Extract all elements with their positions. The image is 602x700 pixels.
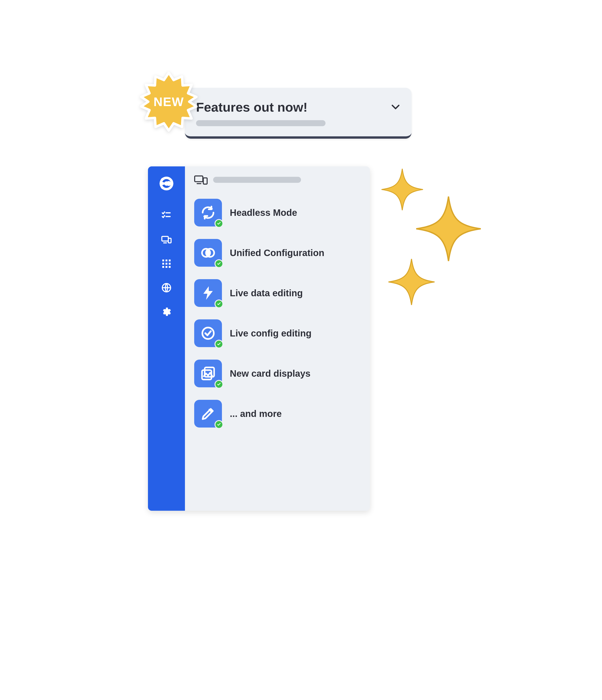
feature-item-label: Unified Configuration <box>230 248 324 258</box>
sidebar <box>148 167 185 511</box>
devices-icon <box>194 175 208 185</box>
svg-rect-8 <box>166 263 167 265</box>
features-dropdown[interactable]: Features out now! <box>185 88 411 139</box>
new-badge: NEW <box>139 72 199 132</box>
feature-item-live-config[interactable]: Live config editing <box>194 316 361 350</box>
feature-item-headless-mode[interactable]: Headless Mode <box>194 196 361 230</box>
sidebar-item-apps[interactable] <box>159 256 174 271</box>
svg-rect-12 <box>169 266 171 268</box>
features-list-header <box>194 175 361 185</box>
check-badge-icon <box>215 300 223 308</box>
feature-item-label: Live config editing <box>230 328 311 339</box>
check-badge-icon <box>215 259 223 268</box>
svg-rect-4 <box>162 259 164 261</box>
svg-rect-5 <box>166 259 167 261</box>
check-circle-icon <box>194 319 222 347</box>
check-badge-icon <box>215 380 223 389</box>
refresh-icon <box>194 199 222 226</box>
svg-rect-9 <box>169 263 171 265</box>
feature-item-card-displays[interactable]: New card displays <box>194 356 361 391</box>
app-logo-icon <box>157 174 176 193</box>
grid-icon <box>161 258 172 269</box>
venn-icon <box>194 239 222 267</box>
feature-item-label: Headless Mode <box>230 207 297 218</box>
lightning-icon <box>194 279 222 307</box>
sparkle-icon <box>388 259 435 305</box>
sparkle-icon <box>416 196 481 261</box>
svg-rect-6 <box>169 259 171 261</box>
svg-rect-2 <box>162 236 168 241</box>
features-dropdown-title: Features out now! <box>196 100 308 115</box>
svg-rect-3 <box>168 238 171 243</box>
svg-rect-7 <box>162 263 164 265</box>
chevron-down-icon <box>391 102 401 112</box>
feature-item-live-data[interactable]: Live data editing <box>194 276 361 310</box>
check-badge-icon <box>215 420 223 429</box>
feature-item-more[interactable]: ... and more <box>194 397 361 431</box>
features-dropdown-subtitle-placeholder <box>196 120 326 126</box>
checklist-icon <box>161 210 172 221</box>
sidebar-item-globe[interactable] <box>159 280 174 295</box>
gear-icon <box>161 306 172 317</box>
image-stack-icon <box>194 359 222 387</box>
features-list-title-placeholder <box>213 177 301 183</box>
new-badge-label: NEW <box>153 95 184 109</box>
feature-item-unified-config[interactable]: Unified Configuration <box>194 236 361 270</box>
svg-rect-10 <box>162 266 164 268</box>
feature-item-label: Live data editing <box>230 288 303 298</box>
check-badge-icon <box>215 340 223 349</box>
svg-rect-15 <box>203 178 207 184</box>
sidebar-item-devices[interactable] <box>159 232 174 247</box>
sidebar-item-tasks[interactable] <box>159 208 174 223</box>
feature-item-label: New card displays <box>230 368 311 379</box>
svg-rect-11 <box>166 266 167 268</box>
feature-item-label: ... and more <box>230 408 282 419</box>
features-panel: Headless Mode Unified Configuration Live… <box>148 167 370 511</box>
pencil-icon <box>194 400 222 428</box>
svg-rect-14 <box>195 176 203 182</box>
devices-icon <box>161 234 172 245</box>
globe-icon <box>161 282 172 293</box>
check-badge-icon <box>215 219 223 228</box>
sidebar-item-settings[interactable] <box>159 305 174 319</box>
features-list: Headless Mode Unified Configuration Live… <box>185 167 370 511</box>
svg-point-1 <box>164 181 169 185</box>
